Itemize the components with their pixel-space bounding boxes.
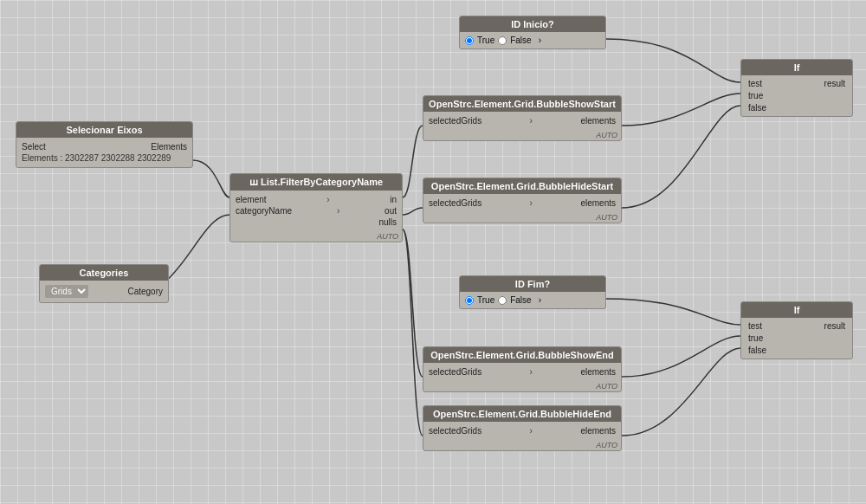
elements-label: Elements [151,142,187,152]
radio-fim-true-label: True [477,295,494,305]
bubble-show-end-port-elements: elements [580,367,616,377]
bubble-hide-start-arrow: › [530,198,533,208]
port-in: in [390,195,397,204]
bubble-show-end-footer: AUTO [423,381,621,391]
node-bubble-show-start-header: OpenStrc.Element.Grid.BubbleShowStart [423,96,621,112]
node-bubble-hide-end: OpenStrc.Element.Grid.BubbleHideEnd sele… [423,405,622,451]
node-bubble-hide-end-header: OpenStrc.Element.Grid.BubbleHideEnd [423,406,621,422]
bubble-show-end-arrow: › [530,367,533,377]
radio-inicio-true[interactable] [465,36,474,45]
port-out: out [385,206,397,216]
node-filter: ꟺ List.FilterByCategoryName element › in… [229,173,403,242]
node-if-top-header: If [741,60,852,75]
radio-inicio-false[interactable] [498,36,507,45]
if-bottom-result: result [824,321,845,331]
node-filter-footer: AUTO [230,231,402,242]
categories-dropdown[interactable]: Grids [45,285,88,298]
bubble-hide-end-footer: AUTO [423,440,621,450]
port-categoryname: categoryName [236,206,292,216]
if-top-result: result [824,79,845,88]
bubble-show-start-arrow: › [530,116,533,126]
bubble-show-start-port-selected: selectedGrids [429,116,481,126]
node-id-fim: ID Fim? True False › [459,275,606,309]
id-fim-arrow: › [539,295,541,305]
port-nulls: nulls [378,217,397,227]
bubble-hide-end-port-selected: selectedGrids [429,426,481,436]
radio-fim-true[interactable] [465,296,474,305]
node-id-inicio-header: ID Inicio? [460,16,605,32]
if-bottom-false: false [748,346,795,355]
node-id-fim-header: ID Fim? [460,276,605,292]
bubble-show-start-footer: AUTO [423,130,621,140]
node-selecionar-header: Selecionar Eixos [16,122,192,138]
node-categories: Categories Grids Category [39,264,169,303]
node-bubble-hide-start-header: OpenStrc.Element.Grid.BubbleHideStart [423,178,621,194]
node-bubble-show-start: OpenStrc.Element.Grid.BubbleShowStart se… [423,95,622,141]
node-if-bottom: If test true false result [740,301,853,359]
node-if-top: If test true false result [740,59,853,117]
id-inicio-arrow: › [539,36,541,45]
if-top-false: false [748,103,795,113]
if-bottom-true: true [748,333,795,343]
bubble-hide-start-port-elements: elements [580,198,616,208]
bubble-hide-start-port-selected: selectedGrids [429,198,481,208]
node-id-inicio: ID Inicio? True False › [459,16,606,49]
node-categories-header: Categories [40,265,168,281]
bubble-show-start-port-elements: elements [580,116,616,126]
if-top-test: test [748,79,795,88]
port-categoryname-arrow: › [337,206,339,216]
elements-value: Elements : 2302287 2302288 2302289 [22,153,171,163]
select-label: Select [22,142,46,152]
bubble-hide-end-arrow: › [530,426,533,436]
bubble-hide-start-footer: AUTO [423,212,621,223]
bubble-hide-end-port-elements: elements [580,426,616,436]
radio-fim-false-label: False [510,295,531,305]
node-bubble-show-end: OpenStrc.Element.Grid.BubbleShowEnd sele… [423,346,622,392]
if-top-true: true [748,91,795,100]
radio-inicio-true-label: True [477,36,494,45]
if-bottom-test: test [748,321,795,331]
node-if-bottom-header: If [741,302,852,318]
node-bubble-hide-start: OpenStrc.Element.Grid.BubbleHideStart se… [423,178,622,223]
port-element: element [236,195,267,204]
node-selecionar: Selecionar Eixos Select Elements Element… [16,121,193,168]
port-element-arrow: › [326,195,329,204]
node-bubble-show-end-header: OpenStrc.Element.Grid.BubbleShowEnd [423,347,621,363]
bubble-show-end-port-selected: selectedGrids [429,367,481,377]
radio-inicio-false-label: False [510,36,531,45]
node-filter-header: ꟺ List.FilterByCategoryName [230,174,402,191]
radio-fim-false[interactable] [498,296,507,305]
category-label: Category [127,287,163,296]
